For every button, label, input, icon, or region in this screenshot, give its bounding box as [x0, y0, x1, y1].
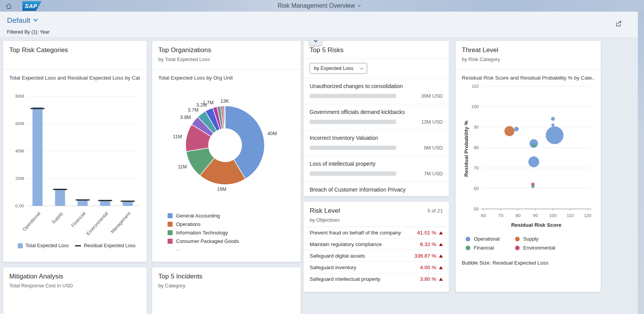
list-item[interactable]: Safeguard intellectual property 3.80 %	[303, 273, 449, 285]
list-item[interactable]: Safeguard digital assets 336.87 %	[303, 250, 449, 261]
svg-text:3.8M: 3.8M	[180, 115, 191, 120]
risk-bar-track	[310, 94, 396, 98]
card-risk-level[interactable]: Risk Level 5 of 21 by Objectives Prevent…	[303, 202, 449, 292]
filter-bar: Default Filtered By (1): Year	[0, 12, 638, 38]
card-header: Top Organizations by Total Expected Loss	[152, 41, 301, 70]
risk-list: Unauthorized changes to consolidation 39…	[303, 78, 449, 196]
list-item[interactable]: Maintain regulatory compliance 6.32 %	[303, 238, 449, 250]
list-item[interactable]: Breach of Customer Information Privacy 2…	[303, 182, 449, 196]
chart-title: Total Expected Loss and Residual Expecte…	[9, 75, 141, 81]
svg-text:110: 110	[567, 213, 574, 218]
legend-swatch	[466, 237, 470, 241]
card-header: Top 5 Incidents by Category	[152, 267, 301, 293]
legend-item: Consumer Packaged Goods	[168, 238, 295, 244]
bubble-operational[interactable]	[551, 117, 555, 121]
bar-management[interactable]	[123, 201, 133, 206]
card-subtitle: by Risk Category	[462, 56, 595, 62]
card-content: Residual Risk Score and Residual Probabi…	[456, 70, 601, 266]
card-top-organizations[interactable]: Top Organizations by Total Expected Loss…	[152, 41, 301, 262]
legend-swatch	[168, 213, 173, 218]
svg-text:100: 100	[471, 104, 479, 109]
bubbles[interactable]	[505, 117, 564, 188]
bar-chart[interactable]: 0.0020M40M60M80MOperationalSupplyFinanci…	[9, 81, 141, 240]
list-item[interactable]: Unauthorized changes to consolidation 39…	[303, 78, 449, 104]
card-header: Top Risk Categories	[3, 41, 147, 70]
legend-item: Residual Expected Loss	[75, 243, 136, 248]
bubble-financial[interactable]	[531, 185, 534, 188]
svg-text:80: 80	[474, 145, 479, 150]
donut-chart[interactable]: 40M19M11M11M3.8M3.7M3.2M1.7M13K	[158, 81, 295, 210]
donut-slices[interactable]	[186, 106, 264, 185]
card-mitigation-analysis[interactable]: Mitigation Analysis Total Response Cost …	[3, 267, 147, 314]
share-icon	[614, 19, 623, 28]
list-item[interactable]: Incorrect Inventory Valuation 8M USD	[303, 130, 449, 156]
legend-swatch	[168, 230, 173, 235]
svg-text:60: 60	[481, 213, 486, 218]
bars[interactable]	[31, 107, 135, 206]
svg-text:40M: 40M	[268, 131, 277, 136]
trend-up-icon	[439, 243, 443, 246]
bar-financial[interactable]	[78, 200, 88, 206]
bubble-size-note: Bubble Size: Residual Expected Loss	[462, 260, 595, 266]
bubble-operational[interactable]	[529, 156, 539, 167]
variant-selector[interactable]: Default	[7, 16, 37, 25]
bubble-financial[interactable]	[532, 144, 536, 148]
risk-measure-dropdown[interactable]: by Expected Loss	[310, 63, 367, 74]
card-header: Mitigation Analysis Total Response Cost …	[3, 267, 147, 293]
shell-background-strip	[638, 12, 644, 314]
list-item[interactable]: Loss of intellectual property 7M USD	[303, 156, 449, 182]
bubble-operational[interactable]	[546, 126, 564, 144]
bubble-operational[interactable]	[514, 127, 519, 131]
residual-marker-management[interactable]	[121, 200, 135, 202]
chart-title: Residual Risk Score and Residual Probabi…	[462, 75, 595, 81]
card-content: Total Expected Loss by Org Unit 40M19M11…	[152, 70, 301, 251]
trend-up-icon	[439, 255, 443, 258]
risk-bar-track	[310, 146, 396, 150]
share-button[interactable]	[613, 19, 624, 29]
svg-text:Environmental: Environmental	[85, 211, 109, 236]
residual-marker-operational[interactable]	[31, 108, 44, 109]
card-threat-level[interactable]: Threat Level by Risk Category Residual R…	[456, 41, 601, 292]
legend-item: Supply	[515, 236, 595, 242]
svg-text:19M: 19M	[217, 187, 226, 192]
bubble-chart[interactable]: 506070809010011060708090100110120Residua…	[462, 81, 595, 231]
bubble-supply[interactable]	[505, 126, 515, 136]
item-count: 5 of 21	[427, 208, 443, 214]
bar-operational[interactable]	[32, 107, 42, 206]
svg-text:90: 90	[474, 125, 479, 129]
app-title-menu[interactable]: Risk Management Overview	[0, 0, 638, 12]
legend-item: Operational	[466, 236, 515, 242]
card-header: Risk Level 5 of 21 by Objectives	[303, 202, 449, 227]
legend-overflow-indicator[interactable]: ...	[176, 246, 295, 251]
svg-text:11M: 11M	[178, 164, 187, 170]
list-item[interactable]: Government officials demand kickbacks 13…	[303, 104, 449, 130]
svg-text:100: 100	[549, 213, 556, 218]
card-title: Top Organizations	[158, 46, 295, 54]
card-title: Top Risk Categories	[9, 46, 141, 54]
bubble-operational[interactable]	[551, 124, 554, 127]
trend-up-icon	[439, 278, 443, 281]
card-subtitle: Total Response Cost in USD	[9, 283, 141, 289]
card-top-5-risks[interactable]: Top 5 Risks by Expected Loss Unauthorize…	[303, 41, 449, 196]
bar-chart-legend: Total Expected Loss Residual Expected Lo…	[18, 243, 141, 248]
card-top-risk-categories[interactable]: Top Risk Categories Total Expected Loss …	[3, 41, 147, 262]
residual-marker-financial[interactable]	[76, 199, 90, 200]
residual-marker-supply[interactable]	[53, 189, 67, 190]
trend-up-icon	[439, 231, 443, 234]
card-title: Risk Level	[310, 207, 340, 215]
card-top-5-incidents[interactable]: Top 5 Incidents by Category	[152, 267, 301, 314]
svg-text:60M: 60M	[15, 121, 24, 126]
legend-item: Total Expected Loss	[18, 243, 69, 248]
residual-marker-environmental[interactable]	[98, 200, 112, 201]
shell-header: SAP Risk Management Overview	[0, 0, 644, 12]
donut-slice-13K[interactable]	[224, 106, 225, 129]
filter-bar-collapse-button[interactable]	[309, 38, 322, 46]
chevron-down-icon	[358, 3, 361, 7]
svg-text:60: 60	[474, 186, 479, 191]
legend-item: Information Technology	[168, 230, 295, 236]
bar-supply[interactable]	[55, 189, 65, 206]
svg-text:Operational: Operational	[22, 211, 42, 232]
list-item[interactable]: Safeguard inventory 4.00 %	[303, 261, 449, 273]
list-item[interactable]: Prevent fraud on behalf of the company 4…	[303, 227, 449, 238]
card-subtitle: by Category	[158, 283, 295, 289]
